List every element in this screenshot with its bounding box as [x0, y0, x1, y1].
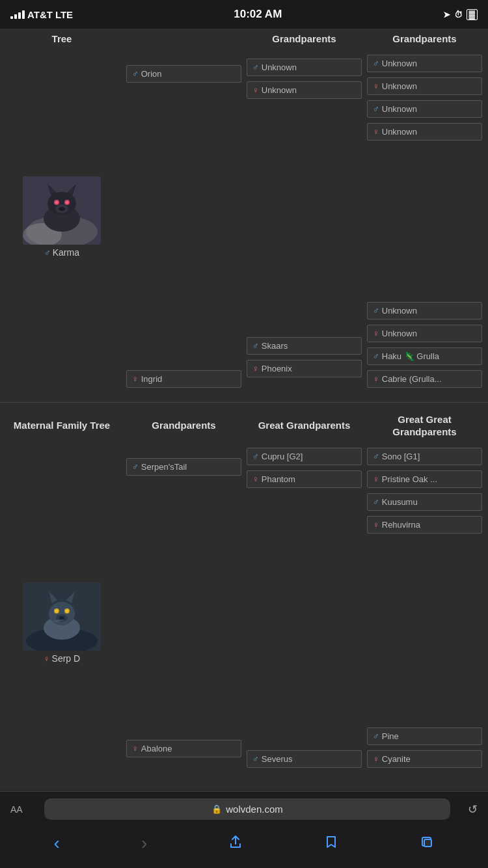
mat-ggp3-node[interactable]: ♂ Severus	[247, 750, 362, 768]
maternal-tree-body: ♀ Serp D ♂ Serpen'sTail	[0, 444, 488, 769]
mat-gggp1-node[interactable]: ♂ Sono [G1]	[367, 448, 482, 465]
mat-gggp6-node[interactable]: ♀ Cyanite	[367, 750, 482, 768]
mat-gggp5-name: Pine	[382, 731, 399, 741]
section-divider	[0, 402, 488, 403]
bar1	[10, 16, 13, 19]
browser-bar: AA 🔒 wolvden.com ↺ ‹ ›	[0, 791, 488, 868]
mat-gggp2-node[interactable]: ♀ Pristine Oak ...	[367, 470, 482, 488]
paternal-col4-header: Grandparents	[364, 29, 485, 51]
mat-ggp1-name: Cupru [G2]	[262, 452, 303, 461]
maternal-tree-title: Maternal Family Tree	[14, 419, 110, 432]
tabs-icon	[420, 835, 434, 849]
svg-point-14	[59, 207, 65, 211]
maternal-col4-header: Great Great Grandparents	[364, 409, 485, 444]
serpd-name: Serp D	[52, 653, 81, 664]
ggp6-node[interactable]: ♀ Unknown	[367, 325, 482, 342]
maternal-gp-col: ♂ Serpen'sTail ♀ Abalone	[124, 444, 244, 769]
paternal-gp-title: Grandparents	[272, 33, 336, 46]
svg-point-25	[66, 610, 69, 613]
mat-gp2-name: Abalone	[141, 744, 172, 753]
paternal-col1-header: Tree	[0, 29, 124, 51]
karma-image	[23, 176, 101, 245]
ggp4-name: Unknown	[382, 127, 417, 137]
paternal-ggp-title: Grandparents	[392, 33, 456, 46]
svg-point-13	[66, 201, 68, 204]
maternal-section: Maternal Family Tree Grandparents Great …	[0, 409, 488, 776]
paternal-gp-col: ♂ Unknown ♀ Unknown	[244, 51, 364, 389]
karma-gender-icon: ♂	[44, 248, 51, 258]
gp4-node[interactable]: ♀ Phoenix	[247, 360, 362, 377]
ggp8-node[interactable]: ♀ Cabrie (Grulla...	[367, 370, 482, 388]
mat-gggp5-node[interactable]: ♂ Pine	[367, 727, 482, 745]
mat-ggp2-name: Phantom	[262, 474, 295, 484]
gp1-name: Unknown	[262, 62, 297, 72]
svg-point-24	[55, 610, 59, 613]
karma-label: ♂ Karma	[44, 247, 79, 258]
status-left: AT&T LTE	[10, 9, 73, 20]
bookmarks-button[interactable]	[316, 832, 346, 855]
ingrid-node[interactable]: ♀ Ingrid	[126, 370, 241, 388]
svg-rect-28	[424, 839, 431, 847]
forward-button[interactable]: ›	[133, 830, 155, 856]
page-wrapper: AT&T LTE 10:02 AM ➤ ⏱ ▓ Tree Grandparent…	[0, 0, 488, 867]
gp1-node[interactable]: ♂ Unknown	[247, 59, 362, 76]
share-button[interactable]	[221, 832, 251, 855]
ggp1-node[interactable]: ♂ Unknown	[367, 55, 482, 72]
tabs-button[interactable]	[412, 832, 442, 855]
ggp5-node[interactable]: ♂ Unknown	[367, 302, 482, 319]
back-button[interactable]: ‹	[46, 830, 68, 856]
gp3-node[interactable]: ♂ Skaars	[247, 337, 362, 355]
serpd-image	[23, 582, 101, 651]
mat-ggp2-node[interactable]: ♀ Phantom	[247, 470, 362, 488]
status-bar: AT&T LTE 10:02 AM ➤ ⏱ ▓	[0, 0, 488, 29]
gp2-name: Unknown	[262, 85, 297, 95]
ggp7-name: Haku 🦎 Grulla	[382, 351, 439, 361]
ggp8-name: Cabrie (Grulla...	[382, 374, 442, 384]
bar4	[22, 10, 25, 19]
bar3	[18, 12, 21, 19]
maternal-col1-header: Maternal Family Tree	[0, 409, 124, 444]
url-text: wolvden.com	[226, 804, 283, 815]
mat-gggp3-node[interactable]: ♂ Kuusumu	[367, 493, 482, 511]
paternal-parents-col: ♂ Orion ♀ Ingrid	[124, 51, 244, 389]
mat-ggp1-node[interactable]: ♂ Cupru [G2]	[247, 448, 362, 465]
maternal-gggp-col: ♂ Sono [G1] ♀ Pristine Oak ... ♂ Kuusumu	[364, 444, 485, 769]
ggp6-name: Unknown	[382, 329, 417, 338]
karma-card: ♂ Karma	[23, 176, 101, 258]
ingrid-gender: ♀	[132, 374, 139, 384]
paternal-tree-title: Tree	[52, 33, 72, 46]
browser-aa-button[interactable]: AA	[10, 804, 36, 815]
paternal-section: Tree Grandparents Grandparents	[0, 29, 488, 396]
reload-button[interactable]: ↺	[458, 802, 478, 817]
gp2-node[interactable]: ♀ Unknown	[247, 81, 362, 99]
maternal-ggp-col: ♂ Cupru [G2] ♀ Phantom ♂ Severus	[244, 444, 364, 769]
mat-gggp1-name: Sono [G1]	[382, 452, 420, 461]
paternal-subject-col: ♂ Karma	[0, 51, 124, 389]
ingrid-name: Ingrid	[141, 374, 163, 384]
mat-gp2-node[interactable]: ♀ Abalone	[126, 740, 241, 757]
ggp4-node[interactable]: ♀ Unknown	[367, 123, 482, 141]
karma-wolf-svg	[23, 176, 101, 245]
ggp2-node[interactable]: ♀ Unknown	[367, 77, 482, 95]
ggp3-node[interactable]: ♂ Unknown	[367, 100, 482, 118]
karma-name: Karma	[53, 247, 79, 258]
serpd-gender-icon: ♀	[44, 654, 50, 664]
mat-gp1-node[interactable]: ♂ Serpen'sTail	[126, 458, 241, 476]
paternal-col3-header: Grandparents	[244, 29, 364, 51]
address-bar[interactable]: 🔒 wolvden.com	[44, 798, 450, 820]
mat-gggp2-name: Pristine Oak ...	[382, 474, 437, 484]
maternal-subject-col: ♀ Serp D	[0, 444, 124, 769]
ggp7-node[interactable]: ♂ Haku 🦎 Grulla	[367, 347, 482, 365]
status-time: 10:02 AM	[234, 8, 282, 21]
ggp5-name: Unknown	[382, 306, 417, 316]
maternal-col3-header: Great Grandparents	[244, 409, 364, 444]
browser-address-row: AA 🔒 wolvden.com ↺	[0, 792, 488, 826]
network-label: LTE	[55, 9, 73, 20]
orion-node[interactable]: ♂ Orion	[126, 65, 241, 83]
mat-ggp3-name: Severus	[262, 754, 293, 764]
ggp2-name: Unknown	[382, 81, 417, 91]
mat-gggp4-node[interactable]: ♀ Rehuvirna	[367, 516, 482, 534]
carrier-label: AT&T	[27, 9, 53, 20]
svg-point-12	[55, 201, 58, 204]
paternal-col2-header	[124, 29, 244, 51]
